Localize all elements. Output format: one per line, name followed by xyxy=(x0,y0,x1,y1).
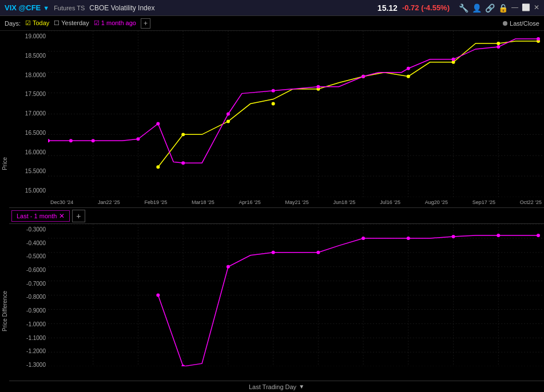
x-label-dec30: Dec30 '24 xyxy=(50,199,73,205)
x-label-aug20: Aug20 '25 xyxy=(425,199,448,205)
ticker-dropdown[interactable]: ▼ xyxy=(43,5,49,11)
title-bar: VIX @CFE ▼ Futures TS CBOE Volatility In… xyxy=(0,0,544,16)
lower-y-labels: -0.3000 -0.4000 -0.5000 -0.6000 -0.7000 … xyxy=(9,224,48,370)
y-label-2: 18.0000 xyxy=(9,72,48,78)
upper-chart: 19.0000 18.5000 18.0000 17.5000 17.0000 … xyxy=(9,31,544,208)
y-label-8: 15.0000 xyxy=(9,187,48,194)
lower-chart: -0.3000 -0.4000 -0.5000 -0.6000 -0.7000 … xyxy=(9,224,544,381)
bottom-axis-dropdown[interactable]: ▼ xyxy=(299,383,304,390)
ly-label-3: -0.6000 xyxy=(9,267,48,273)
today-dot xyxy=(227,119,230,123)
tab-label: Last - 1 month xyxy=(17,213,57,219)
today-label: Today xyxy=(33,19,49,26)
x-label-may21: May21 '25 xyxy=(285,199,309,205)
link-icon[interactable]: 🔗 xyxy=(485,3,495,13)
y-label-3: 17.5000 xyxy=(9,91,48,97)
minimize-icon[interactable]: — xyxy=(511,3,518,13)
x-label-mar18: Mar18 '25 xyxy=(192,199,215,205)
main-area: 19.0000 18.5000 18.0000 17.5000 17.0000 … xyxy=(9,31,544,392)
chart-container: Price Price Difference 19.0000 18.5000 1… xyxy=(0,31,544,392)
bottom-axis: Last Trading Day ▼ xyxy=(9,381,544,392)
ly-label-9: -1.2000 xyxy=(9,348,48,354)
month-ago-dot xyxy=(497,45,500,49)
month-ago-dot xyxy=(69,139,73,142)
lower-dot xyxy=(537,234,540,237)
month-ago-dot xyxy=(92,139,95,142)
close-icon[interactable]: ✕ xyxy=(534,3,539,13)
ly-label-2: -0.5000 xyxy=(9,253,48,259)
ly-label-5: -0.8000 xyxy=(9,294,48,300)
tab-last-1-month[interactable]: Last - 1 month ✕ xyxy=(11,210,70,222)
month-ago-dot xyxy=(316,85,320,89)
today-dot xyxy=(181,133,185,136)
ly-label-7: -1.0000 xyxy=(9,321,48,327)
x-label-feb19: Feb19 '25 xyxy=(145,199,168,205)
yesterday-checkbox[interactable]: ☐ Yesterday xyxy=(54,19,89,27)
x-label-jul16: Jul16 '25 xyxy=(380,199,400,205)
ticker-symbol[interactable]: VIX @CFE xyxy=(5,3,41,12)
month-ago-dot xyxy=(156,122,160,125)
instrument-name: CBOE Volatility Index xyxy=(89,4,378,12)
last-close-legend: Last/Close xyxy=(503,20,539,27)
add-comparison-button[interactable]: + xyxy=(141,18,150,29)
lower-dot xyxy=(156,294,160,297)
left-axis: Price Price Difference xyxy=(0,31,9,392)
y-label-6: 16.0000 xyxy=(9,149,48,155)
ly-label-0: -0.3000 xyxy=(9,226,48,233)
y-label-0: 19.0000 xyxy=(9,33,48,39)
series-type: Futures TS xyxy=(54,5,85,11)
ly-label-6: -0.9000 xyxy=(9,307,48,314)
last-close-dot xyxy=(503,21,507,26)
ly-label-10: -1.3000 xyxy=(9,362,48,368)
wrench-icon[interactable]: 🔧 xyxy=(459,3,468,13)
ly-label-4: -0.7000 xyxy=(9,281,48,287)
month-ago-dot xyxy=(272,89,275,93)
lower-dot xyxy=(497,234,500,237)
month-ago-line xyxy=(48,39,538,163)
x-label-oct22: Oct22 '25 xyxy=(520,199,542,205)
ly-label-1: -0.4000 xyxy=(9,240,48,246)
month-ago-dot xyxy=(181,161,185,165)
bottom-axis-label: Last Trading Day xyxy=(249,383,296,390)
month-ago-dot xyxy=(136,137,140,141)
upper-chart-svg xyxy=(48,31,544,197)
last-close-label: Last/Close xyxy=(510,20,539,27)
search-icon[interactable]: 👤 xyxy=(472,3,482,13)
month-ago-dot xyxy=(227,113,230,116)
lower-dot xyxy=(272,251,275,254)
month-ago-dot xyxy=(362,75,365,78)
today-dot xyxy=(156,165,160,169)
y-label-5: 16.5000 xyxy=(9,130,48,136)
lower-x-labels xyxy=(48,370,544,381)
add-tab-button[interactable]: + xyxy=(72,210,85,222)
tab-close-icon[interactable]: ✕ xyxy=(59,212,65,220)
x-label-jan22: Jan22 '25 xyxy=(98,199,120,205)
x-label-jun18: Jun18 '25 xyxy=(333,199,356,205)
today-checkbox[interactable]: ☑ Today xyxy=(25,19,49,27)
month-ago-dot xyxy=(537,37,540,41)
lower-dot xyxy=(452,235,455,238)
days-label: Days: xyxy=(5,20,21,27)
month-ago-dot xyxy=(48,139,50,142)
y-label-7: 15.5000 xyxy=(9,168,48,174)
lock-icon[interactable]: 🔒 xyxy=(498,3,508,13)
lower-dot xyxy=(316,251,320,254)
month-ago-dot xyxy=(452,58,455,61)
month-ago-label: 1 month ago xyxy=(101,19,136,26)
yesterday-label: Yesterday xyxy=(61,19,89,26)
lower-chart-svg xyxy=(48,224,544,366)
current-price: 15.12 xyxy=(378,3,398,13)
maximize-icon[interactable]: ⬜ xyxy=(522,3,530,13)
today-dot xyxy=(272,102,275,106)
today-line xyxy=(158,41,538,167)
lower-dot xyxy=(407,237,410,240)
upper-x-labels: Dec30 '24 Jan22 '25 Feb19 '25 Mar18 '25 … xyxy=(48,197,544,207)
upper-y-labels: 19.0000 18.5000 18.0000 17.5000 17.0000 … xyxy=(9,31,48,196)
toolbar-icons: 🔧 👤 🔗 🔒 — ⬜ ✕ xyxy=(459,3,539,13)
price-diff-axis-vertical-label: Price Difference xyxy=(2,291,8,331)
lower-dot xyxy=(227,265,230,269)
lower-magenta-line xyxy=(158,235,538,366)
y-label-1: 18.5000 xyxy=(9,53,48,59)
month-ago-checkbox[interactable]: ☑ 1 month ago xyxy=(94,19,136,27)
month-ago-dot xyxy=(407,67,410,70)
